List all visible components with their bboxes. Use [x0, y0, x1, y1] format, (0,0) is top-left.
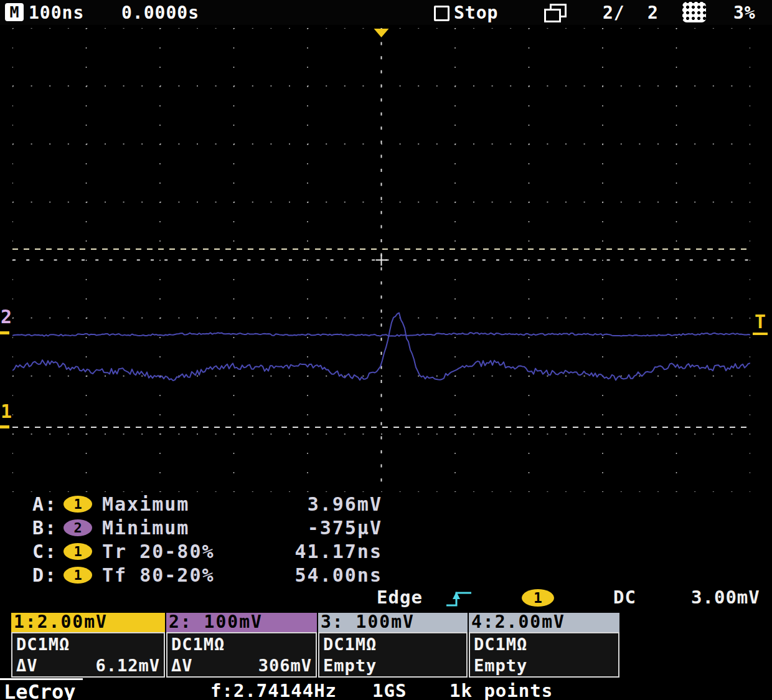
- channel-2-box[interactable]: 2: 100mV DC1MΩ ΔV 306mV: [166, 613, 317, 678]
- channel-extra-value: 6.12mV: [95, 656, 160, 675]
- channel-extra-label: Empty: [323, 656, 377, 675]
- segment-index: 2/: [603, 2, 625, 23]
- timebase-value: 100ns: [29, 2, 84, 23]
- channel-extra-label: Empty: [474, 656, 527, 675]
- source-badge: 1: [64, 567, 92, 584]
- measure-value: 41.17ns: [295, 541, 382, 562]
- measurement-row: B: 2 Minimum -375µV: [32, 516, 382, 539]
- trigger-delay-value: 0.0000s: [121, 2, 199, 23]
- segments-icon[interactable]: [544, 4, 567, 21]
- acquisition-status[interactable]: Stop: [454, 2, 498, 23]
- channel-extra-value: 306mV: [258, 656, 312, 675]
- sample-rate: 1GS: [372, 680, 407, 700]
- measurement-row: D: 1 Tf 80-20% 54.00ns: [32, 563, 382, 587]
- channel-3-header[interactable]: 3: 100mV: [318, 613, 468, 632]
- measurement-panel: A: 1 Maximum 3.96mV B: 2 Minimum -375µV …: [32, 492, 382, 587]
- channel-3-box[interactable]: 3: 100mV DC1MΩ Empty: [318, 613, 468, 678]
- edge-trigger-icon: [445, 588, 474, 609]
- measure-value: -375µV: [308, 517, 382, 539]
- channel-2-marker[interactable]: 2: [1, 308, 12, 326]
- channel-1-marker[interactable]: 1: [1, 402, 12, 421]
- channel-coupling: DC1MΩ: [323, 635, 463, 654]
- measure-label: C:: [32, 541, 64, 562]
- channel-4-box[interactable]: 4:2.00mV DC1MΩ Empty: [469, 613, 619, 678]
- record-length: 1k points: [450, 680, 553, 700]
- measure-value: 3.96mV: [308, 493, 382, 515]
- segment-total: 2: [647, 2, 659, 23]
- trigger-type[interactable]: Edge: [377, 587, 423, 608]
- oscilloscope-screen: M 100ns 0.0000s Stop 2/ 2 3% 2 1 T A: 1 …: [0, 0, 772, 700]
- channel-4-header[interactable]: 4:2.00mV: [469, 613, 619, 632]
- measure-label: A:: [32, 493, 64, 515]
- measurement-row: C: 1 Tr 20-80% 41.17ns: [32, 539, 382, 563]
- trigger-source-badge[interactable]: 1: [522, 589, 554, 607]
- channel-coupling: DC1MΩ: [171, 635, 312, 654]
- top-bar: M 100ns 0.0000s Stop 2/ 2 3%: [0, 0, 772, 25]
- stop-indicator-icon: [434, 6, 450, 21]
- trigger-level-value[interactable]: 3.00mV: [691, 587, 760, 608]
- channel-2-level-dash: [0, 331, 9, 334]
- measure-name: Tf 80-20%: [102, 564, 295, 586]
- measurement-row: A: 1 Maximum 3.96mV: [32, 492, 382, 516]
- measure-value: 54.00ns: [295, 564, 382, 586]
- measure-name: Maximum: [102, 493, 308, 515]
- graticule: [12, 28, 750, 492]
- source-badge: 2: [64, 519, 92, 536]
- measure-name: Tr 20-80%: [102, 541, 295, 562]
- channel-extra-label: ΔV: [171, 656, 193, 675]
- source-badge: 1: [64, 496, 92, 513]
- trigger-frequency: f:2.74144Hz: [210, 680, 337, 700]
- source-badge: 1: [64, 543, 92, 560]
- intensity-percent: 3%: [733, 2, 756, 23]
- intensity-icon[interactable]: [682, 2, 706, 22]
- channel-1-header[interactable]: 1:2.00mV: [11, 613, 165, 632]
- channel-2-header[interactable]: 2: 100mV: [166, 613, 317, 632]
- timebase-mode-icon[interactable]: M: [5, 3, 24, 21]
- measure-label: D:: [32, 564, 64, 586]
- channel-coupling: DC1MΩ: [16, 635, 160, 654]
- trigger-coupling[interactable]: DC: [613, 587, 636, 608]
- channel-1-box[interactable]: 1:2.00mV DC1MΩ ΔV 6.12mV: [11, 613, 165, 678]
- trigger-level-marker[interactable]: T: [755, 313, 766, 331]
- channel-coupling: DC1MΩ: [474, 635, 614, 654]
- brand-logo: LeCroy: [4, 680, 76, 700]
- measure-name: Minimum: [102, 517, 308, 539]
- waveform-display: [12, 28, 750, 492]
- trigger-level-dash: [753, 333, 768, 335]
- measure-label: B:: [32, 517, 64, 539]
- channel-1-level-dash: [0, 425, 9, 428]
- channel-extra-label: ΔV: [16, 656, 38, 675]
